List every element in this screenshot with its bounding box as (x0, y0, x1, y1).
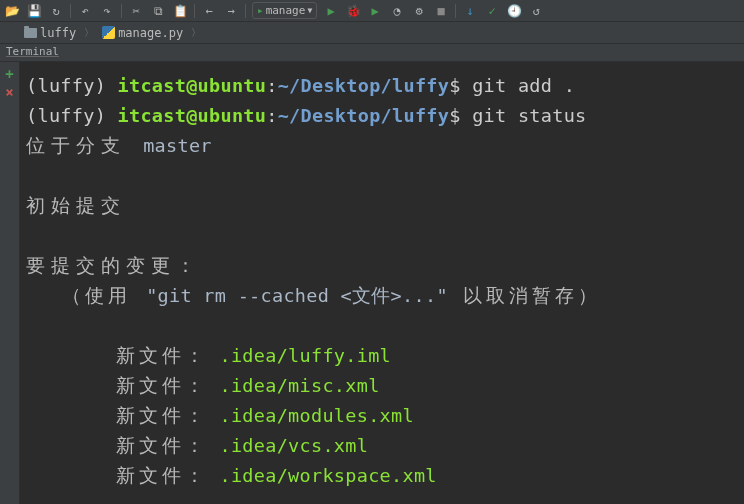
terminal-line: 要提交的变更： (26, 251, 734, 281)
terminal-gutter: + × (0, 62, 20, 504)
vcs-update-icon[interactable]: ↓ (462, 3, 478, 19)
panel-title: Terminal (6, 45, 59, 58)
terminal-panel-header[interactable]: Terminal (0, 44, 744, 62)
profile-icon[interactable]: ◔ (389, 3, 405, 19)
separator (245, 4, 246, 18)
new-session-icon[interactable]: + (5, 66, 13, 82)
separator (121, 4, 122, 18)
back-icon[interactable]: ← (201, 3, 217, 19)
breadcrumb-file[interactable]: manage.py (96, 22, 189, 44)
breadcrumb-bar: luffy 〉 manage.py 〉 (0, 22, 744, 44)
main-toolbar: 📂 💾 ↻ ↶ ↷ ✂ ⧉ 📋 ← → ▸ manage ▼ ▶ 🐞 ▶ ◔ ⚙… (0, 0, 744, 22)
separator (455, 4, 456, 18)
run-config-dropdown[interactable]: ▸ manage ▼ (252, 2, 317, 19)
terminal-line: （使用 "git rm --cached <文件>..." 以取消暂存） (26, 281, 734, 311)
run-config-label: manage (266, 4, 306, 17)
chevron-right-icon: 〉 (189, 26, 203, 40)
terminal-line: 新文件： .idea/misc.xml (26, 371, 734, 401)
terminal-line (26, 311, 734, 341)
terminal-line: 初始提交 (26, 191, 734, 221)
run-config-icon: ▸ (257, 4, 264, 17)
undo-icon[interactable]: ↶ (77, 3, 93, 19)
attach-icon[interactable]: ⚙ (411, 3, 427, 19)
chevron-down-icon: ▼ (307, 6, 312, 15)
vcs-history-icon[interactable]: 🕘 (506, 3, 522, 19)
terminal-content[interactable]: (luffy) itcast@ubuntu:~/Desktop/luffy$ g… (20, 62, 744, 504)
main-area: + × (luffy) itcast@ubuntu:~/Desktop/luff… (0, 62, 744, 504)
forward-icon[interactable]: → (223, 3, 239, 19)
folder-icon (24, 28, 37, 38)
separator (194, 4, 195, 18)
stop-icon[interactable]: ■ (433, 3, 449, 19)
open-icon[interactable]: 📂 (4, 3, 20, 19)
save-icon[interactable]: 💾 (26, 3, 42, 19)
chevron-right-icon: 〉 (82, 26, 96, 40)
run-coverage-icon[interactable]: ▶ (367, 3, 383, 19)
breadcrumb-project[interactable]: luffy (18, 22, 82, 44)
redo-icon[interactable]: ↷ (99, 3, 115, 19)
terminal-line: 新文件： .idea/workspace.xml (26, 461, 734, 491)
close-session-icon[interactable]: × (5, 84, 13, 100)
vcs-commit-icon[interactable]: ✓ (484, 3, 500, 19)
run-icon[interactable]: ▶ (323, 3, 339, 19)
terminal-line: 新文件： .idea/vcs.xml (26, 431, 734, 461)
terminal-line: (luffy) itcast@ubuntu:~/Desktop/luffy$ g… (26, 101, 734, 131)
vcs-revert-icon[interactable]: ↺ (528, 3, 544, 19)
terminal-line (26, 161, 734, 191)
separator (70, 4, 71, 18)
terminal-line (26, 221, 734, 251)
refresh-icon[interactable]: ↻ (48, 3, 64, 19)
breadcrumb-file-label: manage.py (118, 26, 183, 40)
paste-icon[interactable]: 📋 (172, 3, 188, 19)
terminal-line: (luffy) itcast@ubuntu:~/Desktop/luffy$ g… (26, 71, 734, 101)
terminal-line: 新文件： .idea/modules.xml (26, 401, 734, 431)
copy-icon[interactable]: ⧉ (150, 3, 166, 19)
breadcrumb-project-label: luffy (40, 26, 76, 40)
python-file-icon (102, 26, 115, 39)
terminal-line: 新文件： .idea/luffy.iml (26, 341, 734, 371)
cut-icon[interactable]: ✂ (128, 3, 144, 19)
terminal-line: 位于分支 master (26, 131, 734, 161)
debug-icon[interactable]: 🐞 (345, 3, 361, 19)
